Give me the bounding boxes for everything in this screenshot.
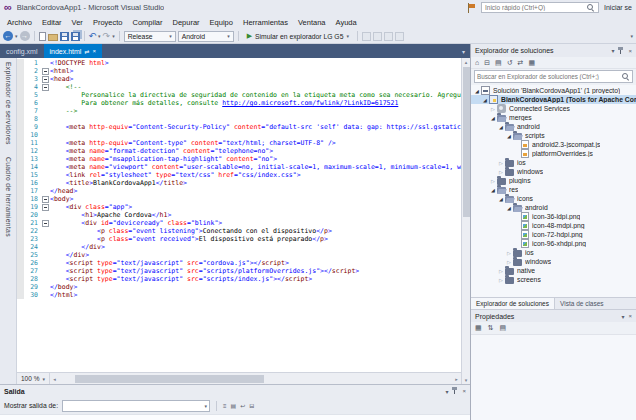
menu-item-editar[interactable]: Editar xyxy=(37,18,67,27)
tree-item-icon-96-xhdpi-png[interactable]: icon-96-xhdpi.png xyxy=(471,239,636,248)
solution-platform-dropdown[interactable]: Android ▾ xyxy=(178,31,234,42)
tree-item-ios[interactable]: ▷ios xyxy=(471,158,636,167)
menu-item-proyecto[interactable]: Proyecto xyxy=(88,18,128,27)
categorized-icon[interactable]: ▦ xyxy=(475,324,482,332)
vertical-scrollbar[interactable]: ▴ ▾ xyxy=(461,58,470,384)
close-icon[interactable]: × xyxy=(628,313,632,319)
tree-item-icon-72-hdpi-png[interactable]: icon-72-hdpi.png xyxy=(471,230,636,239)
tree-item-icon-36-ldpi-png[interactable]: icon-36-ldpi.png xyxy=(471,212,636,221)
chevron-down-icon[interactable]: ▾ xyxy=(15,33,18,39)
properties-icon[interactable]: ▦ xyxy=(528,59,535,67)
side-tab-explorador-de-servidores[interactable]: Explorador de servidores xyxy=(5,62,12,145)
code-line[interactable]: 28 <script type="text/javascript" src="s… xyxy=(17,275,461,283)
clear-all-icon[interactable]: ⊟ xyxy=(249,402,254,409)
code-line[interactable]: 30</html> xyxy=(17,291,461,299)
tree-item-icon-48-mdpi-png[interactable]: icon-48-mdpi.png xyxy=(471,221,636,230)
code-line[interactable]: 4 <!-- xyxy=(17,83,461,91)
sync-with-active-document-icon[interactable]: ⇄ xyxy=(518,59,524,67)
fold-collapse-icon[interactable] xyxy=(42,220,49,227)
save-icon[interactable] xyxy=(60,32,69,41)
code-line[interactable]: 27 <script type="text/javascript" src="s… xyxy=(17,267,461,275)
undo-icon[interactable]: ↶ xyxy=(89,31,97,41)
menu-item-ventana[interactable]: Ventana xyxy=(293,18,331,27)
toolbar-overflow-icon[interactable]: ▾ xyxy=(630,33,633,39)
code-line[interactable]: 1<!DOCTYPE html> xyxy=(17,59,461,67)
build-icon[interactable] xyxy=(362,32,371,41)
expand-icon[interactable]: ▷ xyxy=(489,178,497,184)
tree-item-blankcordovaapp1-tools-for-apache-cordov[interactable]: ◢BlankCordovaApp1 (Tools for Apache Cord… xyxy=(471,95,636,104)
solution-search-input[interactable] xyxy=(477,73,622,80)
find-in-files-icon[interactable] xyxy=(384,32,393,41)
navigate-back-icon[interactable]: ← xyxy=(3,31,13,41)
close-icon[interactable]: × xyxy=(628,48,632,54)
code-line[interactable]: 24 </div> xyxy=(17,243,461,251)
window-position-chevron-icon[interactable]: ▾ xyxy=(621,313,624,320)
close-icon[interactable]: × xyxy=(462,388,466,394)
save-all-icon[interactable] xyxy=(71,32,80,41)
menu-item-herramientas[interactable]: Herramientas xyxy=(238,18,293,27)
tree-item-plugins[interactable]: ▷plugins xyxy=(471,176,636,185)
code-line[interactable]: 9 <meta http-equiv="Content-Security-Pol… xyxy=(17,123,461,131)
tree-item-native[interactable]: ▷native xyxy=(471,266,636,275)
quick-launch-input[interactable] xyxy=(485,4,587,11)
window-position-chevron-icon[interactable]: ▾ xyxy=(445,388,448,395)
editor-tab-config-xml[interactable]: config.xml xyxy=(0,44,44,58)
show-all-files-icon[interactable]: ▤ xyxy=(495,59,502,67)
code-editor[interactable]: 1<!DOCTYPE html>2<html>3<head>4 <!--5 Pe… xyxy=(17,58,461,384)
code-line[interactable]: 2<html> xyxy=(17,67,461,75)
menu-item-depurar[interactable]: Depurar xyxy=(168,18,205,27)
tree-item-ios[interactable]: ▷ios xyxy=(471,248,636,257)
window-list-chevron-icon[interactable]: ▾ xyxy=(457,44,470,58)
code-line[interactable]: 5 Personalice la directiva de seguridad … xyxy=(17,91,461,99)
property-pages-icon[interactable]: ▤ xyxy=(500,324,507,332)
expand-icon[interactable]: ▷ xyxy=(497,160,505,166)
code-line[interactable]: 8 xyxy=(17,115,461,123)
fold-collapse-icon[interactable] xyxy=(42,76,49,83)
code-line[interactable]: 3<head> xyxy=(17,75,461,83)
menu-item-compilar[interactable]: Compilar xyxy=(127,18,167,27)
scroll-left-icon[interactable]: ◂ xyxy=(50,376,59,382)
code-line[interactable]: 18<body> xyxy=(17,195,461,203)
tree-item-screens[interactable]: ▷screens xyxy=(471,275,636,284)
code-line[interactable]: 11 <meta http-equiv="Content-type" conte… xyxy=(17,139,461,147)
scroll-up-icon[interactable]: ▴ xyxy=(465,58,468,66)
code-line[interactable]: 20 <h1>Apache Cordova</h1> xyxy=(17,211,461,219)
debug-options-icon[interactable] xyxy=(373,32,382,41)
notifications-flag-icon[interactable] xyxy=(467,3,476,13)
tree-item-windows[interactable]: ▷windows xyxy=(471,167,636,176)
open-file-icon[interactable] xyxy=(48,34,58,41)
menu-item-ayuda[interactable]: Ayuda xyxy=(331,18,362,27)
collapse-icon[interactable]: ◢ xyxy=(481,97,489,103)
expand-icon[interactable]: ▷ xyxy=(497,268,505,274)
home-icon[interactable]: ⌂ xyxy=(475,59,479,66)
code-line[interactable]: 13 <meta name="msapplication-tap-highlig… xyxy=(17,155,461,163)
collapse-icon[interactable]: ◢ xyxy=(497,124,505,130)
expand-icon[interactable]: ▷ xyxy=(489,106,497,112)
code-line[interactable]: 15 <link rel="stylesheet" type="text/css… xyxy=(17,171,461,179)
code-line[interactable]: 21 <div id="deviceready" class="blink"> xyxy=(17,219,461,227)
collapse-icon[interactable]: ◢ xyxy=(505,133,513,139)
panel-tab-vista-de-clases[interactable]: Vista de clases xyxy=(555,298,609,309)
chevron-down-icon[interactable]: ▾ xyxy=(98,33,101,39)
tree-item-connected-services[interactable]: ▷Connected Services xyxy=(471,104,636,113)
code-line[interactable]: 12 <meta name="format-detection" content… xyxy=(17,147,461,155)
tree-item-soluci-n-blankcordovaapp1-1-proyecto[interactable]: ◢Solución 'BlankCordovaApp1' (1 proyecto… xyxy=(471,86,636,95)
comment-icon[interactable] xyxy=(395,32,404,41)
solution-search-box[interactable] xyxy=(474,70,633,83)
sign-in-link[interactable]: Iniciar se xyxy=(604,4,632,11)
collapse-icon[interactable]: ◢ xyxy=(473,88,481,94)
collapse-all-icon[interactable]: ⊟ xyxy=(484,59,490,67)
menu-item-ver[interactable]: Ver xyxy=(67,18,88,27)
solution-configuration-dropdown[interactable]: Release ▾ xyxy=(124,31,176,42)
editor-tab-index-html[interactable]: index.html⇄× xyxy=(44,44,102,58)
word-wrap-icon[interactable]: ↩ xyxy=(240,402,245,409)
refresh-icon[interactable]: ↺ xyxy=(507,59,513,67)
promote-tab-icon[interactable]: ⇄ xyxy=(84,48,89,55)
menu-item-archivo[interactable]: Archivo xyxy=(2,18,37,27)
horizontal-scrollbar[interactable]: ◂ ▸ xyxy=(50,373,461,384)
code-line[interactable]: 14 <meta name="viewport" content="user-s… xyxy=(17,163,461,171)
collapse-icon[interactable]: ◢ xyxy=(505,205,513,211)
close-tab-icon[interactable]: × xyxy=(92,48,96,54)
output-source-dropdown[interactable]: ▾ xyxy=(62,400,210,412)
zoom-control[interactable]: 100 % ▾ xyxy=(17,373,50,384)
